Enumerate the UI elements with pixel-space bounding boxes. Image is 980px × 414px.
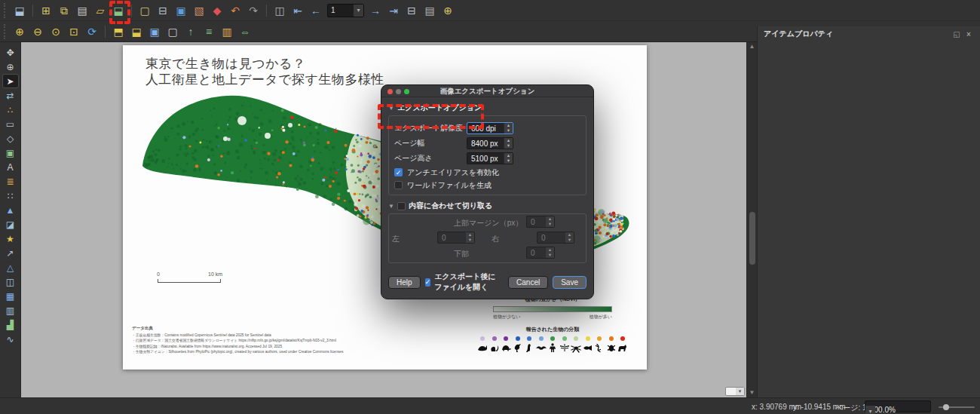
add-legend-tool[interactable]: ≣ bbox=[2, 174, 19, 189]
first-page-button[interactable]: ⇤ bbox=[289, 2, 306, 19]
crop-to-content-checkbox[interactable] bbox=[397, 202, 406, 210]
float-panel-icon[interactable]: ◱ bbox=[951, 30, 962, 38]
spinner-arrows-icon[interactable]: ▲▼ bbox=[465, 232, 474, 243]
toolbar-drag-handle[interactable] bbox=[4, 24, 8, 39]
spinner-arrows-icon[interactable]: ▲▼ bbox=[545, 247, 554, 258]
resize-items-button[interactable]: ⇔ bbox=[237, 23, 253, 40]
scroll-up-icon[interactable]: ▲ bbox=[747, 42, 757, 51]
print-layout-button[interactable]: ⊟ bbox=[155, 2, 171, 19]
crop-top-spinbox[interactable]: 0 ▲▼ bbox=[526, 216, 555, 228]
add-fixed-table-tool[interactable]: ▥ bbox=[2, 303, 19, 317]
add-label-tool[interactable]: A bbox=[2, 160, 19, 174]
minimize-window-icon[interactable] bbox=[396, 89, 401, 94]
last-page-button[interactable]: ⇥ bbox=[385, 2, 402, 19]
cancel-button[interactable]: Cancel bbox=[508, 276, 548, 289]
legend-item[interactable]: 植物の豊かさ（NDVI） 植物が少ない 植物が多い 報告された生物の分類 bbox=[476, 296, 629, 353]
zoom-slider-handle[interactable] bbox=[943, 404, 949, 410]
canvas-vertical-scrollbar[interactable]: ▲ ▼ bbox=[746, 42, 757, 397]
add-north-arrow-tool[interactable]: ▲ bbox=[2, 203, 19, 217]
zoom-level-combo[interactable]: 100.0% ▾ bbox=[865, 400, 931, 412]
spinner-arrows-icon[interactable]: ▲▼ bbox=[545, 216, 554, 227]
raise-items-button[interactable]: ↑ bbox=[182, 23, 199, 40]
zoom-full-button[interactable]: ⊡ bbox=[66, 23, 82, 40]
save-button[interactable]: Save bbox=[553, 276, 586, 289]
refresh-view-button[interactable]: ⟳ bbox=[84, 23, 100, 40]
spinner-arrows-icon[interactable]: ▲▼ bbox=[504, 123, 513, 133]
add-map-tool[interactable]: ▣ bbox=[2, 146, 19, 160]
attribution-item[interactable]: データ出典 ・正規化植生指数：Contains modified Coperni… bbox=[132, 326, 343, 355]
chevron-down-icon[interactable]: ▾ bbox=[354, 5, 363, 17]
zoom-tool[interactable]: ⊕ bbox=[2, 60, 19, 74]
crop-bottom-spinbox[interactable]: 0 ▲▼ bbox=[526, 247, 555, 259]
add-polygon-tool[interactable]: ◇ bbox=[2, 131, 19, 146]
scrollbar-thumb[interactable] bbox=[749, 212, 755, 265]
move-item-content-tool[interactable]: ⇄ bbox=[2, 88, 19, 103]
undo-button[interactable]: ↶ bbox=[227, 2, 243, 19]
zoom-slider[interactable] bbox=[939, 406, 975, 408]
previous-page-button[interactable]: ← bbox=[308, 2, 324, 19]
crop-right-spinbox[interactable]: 0 ▲▼ bbox=[537, 232, 574, 244]
lock-items-button[interactable]: ⬒ bbox=[110, 23, 127, 40]
page-width-spinbox[interactable]: 8400 px ▲▼ bbox=[467, 137, 513, 149]
save-as-template-button[interactable]: ⬓ bbox=[110, 2, 127, 19]
export-options-section-header[interactable]: ▼ エクスポートオプション bbox=[388, 103, 586, 113]
add-scalebar-tool[interactable]: ∷ bbox=[2, 189, 19, 203]
save-project-button[interactable]: ⬓ bbox=[11, 2, 28, 19]
add-chart-tool[interactable]: ▟ bbox=[2, 317, 19, 332]
new-layout-button[interactable]: ⊞ bbox=[38, 2, 54, 19]
select-move-item-tool[interactable]: ➤ bbox=[2, 74, 19, 88]
add-html-tool[interactable]: ◫ bbox=[2, 274, 19, 289]
crop-section-header[interactable]: ▼ 内容に合わせて切り取る bbox=[388, 201, 586, 211]
worldfile-checkbox[interactable] bbox=[394, 181, 403, 189]
map-title-item[interactable]: 東京で生き物は見つかる？ 人工衛星と地上データで探す生物多様性 bbox=[145, 56, 384, 87]
spinner-arrows-icon[interactable]: ▲▼ bbox=[504, 138, 513, 149]
add-shape-tool[interactable]: ▭ bbox=[2, 117, 19, 131]
canvas-corner-dropdown[interactable]: ▾ bbox=[725, 387, 745, 396]
distribute-items-button[interactable]: ▥ bbox=[219, 23, 235, 40]
export-pdf-button[interactable]: ◆ bbox=[209, 2, 225, 19]
zoom-in-button[interactable]: ⊕ bbox=[11, 23, 28, 40]
add-picture-tool[interactable]: ◪ bbox=[2, 217, 19, 232]
align-items-button[interactable]: ≡ bbox=[201, 23, 217, 40]
layout-manager-button[interactable]: ▤ bbox=[74, 2, 90, 19]
add-marker-tool[interactable]: ★ bbox=[2, 232, 19, 246]
add-attribute-table-tool[interactable]: ▦ bbox=[2, 289, 19, 303]
export-image-button[interactable]: ▣ bbox=[173, 2, 189, 19]
open-after-export-checkbox[interactable]: ✓ bbox=[425, 278, 431, 287]
zoom-out-button[interactable]: ⊖ bbox=[29, 23, 46, 40]
add-arrow-tool[interactable]: ↗ bbox=[2, 246, 19, 260]
ungroup-items-button[interactable]: ▢ bbox=[164, 23, 181, 40]
resolution-spinbox[interactable]: 600 dpi ▲▼ bbox=[467, 122, 513, 134]
atlas-preview-button[interactable]: ◫ bbox=[271, 2, 288, 19]
scroll-down-icon[interactable]: ▼ bbox=[747, 388, 757, 397]
zoom-actual-button[interactable]: ⊙ bbox=[47, 23, 64, 40]
page-number-input[interactable]: ▾ bbox=[327, 4, 364, 17]
open-folder-button[interactable]: ▱ bbox=[92, 2, 109, 19]
dialog-titlebar[interactable]: 画像エクスポートオプション bbox=[381, 85, 593, 97]
help-button[interactable]: Help bbox=[388, 276, 421, 289]
page-height-spinbox[interactable]: 5100 px ▲▼ bbox=[467, 152, 513, 164]
zoom-window-icon[interactable] bbox=[404, 89, 409, 94]
atlas-settings-button[interactable]: ▤ bbox=[421, 2, 438, 19]
add-node-item-tool[interactable]: △ bbox=[2, 260, 19, 274]
page-number-input-field[interactable] bbox=[328, 5, 354, 17]
page-settings-button[interactable]: ▢ bbox=[136, 2, 153, 19]
refresh-preview-button[interactable]: ⊕ bbox=[439, 2, 456, 19]
spinner-arrows-icon[interactable]: ▲▼ bbox=[504, 153, 513, 164]
export-svg-button[interactable]: ▧ bbox=[191, 2, 207, 19]
group-items-button[interactable]: ▣ bbox=[146, 23, 163, 40]
next-page-button[interactable]: → bbox=[367, 2, 384, 19]
close-window-icon[interactable] bbox=[387, 89, 393, 94]
spinner-arrows-icon[interactable]: ▲▼ bbox=[565, 232, 574, 243]
edit-nodes-tool[interactable]: ∴ bbox=[2, 103, 19, 117]
toolbar-drag-handle[interactable] bbox=[4, 3, 8, 18]
unlock-items-button[interactable]: ⬓ bbox=[128, 23, 145, 40]
crop-left-spinbox[interactable]: 0 ▲▼ bbox=[437, 232, 475, 244]
redo-button[interactable]: ↷ bbox=[245, 2, 262, 19]
add-elevation-profile-tool[interactable]: ∿ bbox=[2, 332, 19, 346]
print-atlas-button[interactable]: ⊟ bbox=[403, 2, 420, 19]
pan-tool[interactable]: ✥ bbox=[2, 45, 19, 60]
antialias-checkbox[interactable]: ✓ bbox=[394, 168, 403, 176]
close-panel-icon[interactable]: × bbox=[963, 30, 974, 38]
duplicate-layout-button[interactable]: ⧉ bbox=[56, 2, 72, 19]
